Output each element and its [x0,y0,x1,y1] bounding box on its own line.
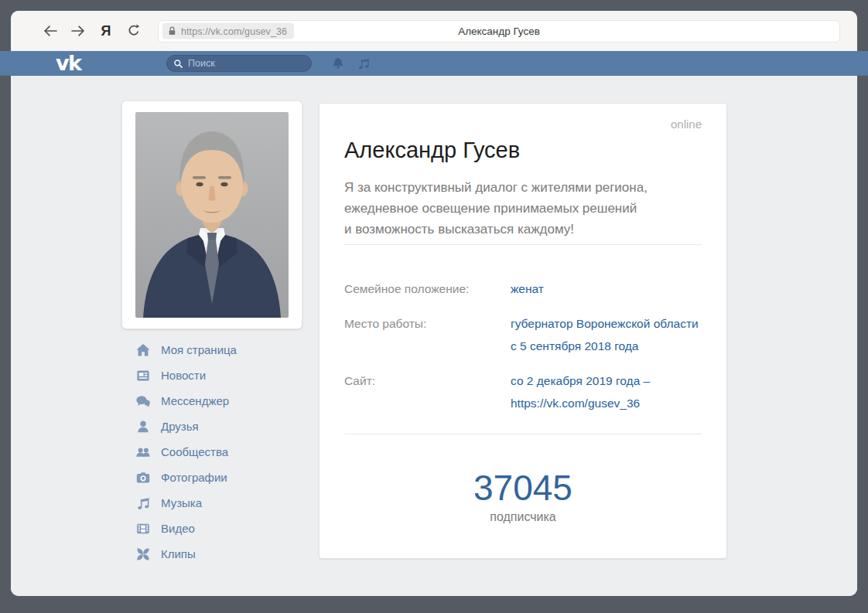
lock-icon [167,26,177,37]
sidebar-menu: Моя страница Новости Мессенджер Друзья [135,342,313,562]
profile-photo-card[interactable] [121,100,302,329]
workplace-link[interactable]: губернатор Воронежской области [511,312,699,335]
info-row-site: Сайт: со 2 декабря 2019 года – https://v… [344,370,702,414]
online-status: online [344,117,702,131]
profile-name: Александр Гусев [344,137,702,163]
site-link[interactable]: со 2 декабря 2019 года – [511,370,650,392]
sidebar-item-friends[interactable]: Друзья [135,418,313,434]
marital-status-link[interactable]: женат [511,278,544,300]
friends-icon [135,419,151,434]
url-text: https://vk.com/gusev_36 [181,26,287,36]
photos-icon [135,470,151,485]
sidebar-item-photos[interactable]: Фотографии [135,469,313,485]
divider [344,244,702,245]
info-value: губернатор Воронежской области с 5 сентя… [511,312,699,357]
music-note-icon [357,56,371,70]
sidebar-item-my-page[interactable]: Моя страница [135,342,313,358]
back-button[interactable] [40,21,60,41]
followers-block: 37045 подписчика [344,469,702,524]
sidebar-item-label: Сообщества [161,445,228,458]
video-icon [135,521,151,536]
sidebar-item-communities[interactable]: Сообщества [135,444,313,460]
communities-icon [135,444,151,460]
browser-window: Я https://vk.com/gusev_36 Александр Гусе… [11,11,857,596]
address-bar[interactable]: https://vk.com/gusev_36 Александр Гусев [158,20,840,43]
forward-button[interactable] [68,21,88,41]
sidebar-item-messenger[interactable]: Мессенджер [135,393,313,409]
info-row-workplace: Место работы: губернатор Воронежской обл… [344,312,702,357]
sidebar-item-video[interactable]: Видео [135,520,313,536]
followers-label: подписчика [344,510,702,524]
reload-icon [126,23,142,39]
sidebar-item-news[interactable]: Новости [135,367,313,383]
home-icon [135,342,151,358]
sidebar-item-label: Новости [161,369,206,382]
search-input[interactable]: Поиск [166,55,312,72]
avatar[interactable] [135,112,289,318]
music-icon [135,496,151,511]
yandex-button[interactable]: Я [96,21,116,41]
profile-info-list: Семейное положение: женат Место работы: … [344,278,702,414]
sidebar-item-label: Моя страница [161,343,237,356]
search-icon [173,59,183,69]
notifications-button[interactable] [331,56,345,70]
vk-top-bar: vk Поиск [0,51,868,76]
sidebar-item-label: Клипы [161,547,196,560]
portrait-photo [135,112,289,318]
site-link-url[interactable]: https://vk.com/gusev_36 [511,392,650,414]
profile-card: online Александр Гусев Я за конструктивн… [319,103,727,559]
sidebar-item-label: Друзья [161,420,199,433]
vk-logo[interactable]: vk [56,52,81,75]
divider [344,434,702,434]
profile-status-text: Я за конструктивный диалог с жителями ре… [344,177,702,240]
workplace-link-line2[interactable]: с 5 сентября 2018 года [511,335,699,357]
sidebar-item-label: Мессенджер [161,394,229,407]
yandex-icon: Я [101,23,111,39]
news-icon [135,368,151,383]
sidebar-item-clips[interactable]: Клипы [135,546,313,562]
clips-icon [135,547,151,562]
page-title: Александр Гусев [458,26,540,37]
sidebar-item-label: Видео [161,522,195,535]
page-content: Моя страница Новости Мессенджер Друзья [11,76,857,596]
bell-icon [331,56,345,70]
info-value: женат [511,278,544,300]
arrow-left-icon [42,23,59,39]
url-chip[interactable]: https://vk.com/gusev_36 [162,23,294,39]
info-label: Семейное положение: [344,278,511,300]
reload-button[interactable] [124,21,144,41]
browser-toolbar: Я https://vk.com/gusev_36 Александр Гусе… [11,11,857,51]
info-row-marital: Семейное положение: женат [344,278,702,300]
info-label: Место работы: [344,312,511,357]
music-button[interactable] [357,56,371,70]
followers-count: 37045 [344,469,702,506]
messenger-icon [135,393,151,409]
sidebar-item-music[interactable]: Музыка [135,495,313,511]
search-placeholder: Поиск [188,58,215,69]
sidebar-item-label: Музыка [161,496,202,509]
info-value: со 2 декабря 2019 года – https://vk.com/… [511,370,650,414]
arrow-right-icon [70,23,87,39]
info-label: Сайт: [344,370,511,414]
sidebar-item-label: Фотографии [161,471,227,484]
